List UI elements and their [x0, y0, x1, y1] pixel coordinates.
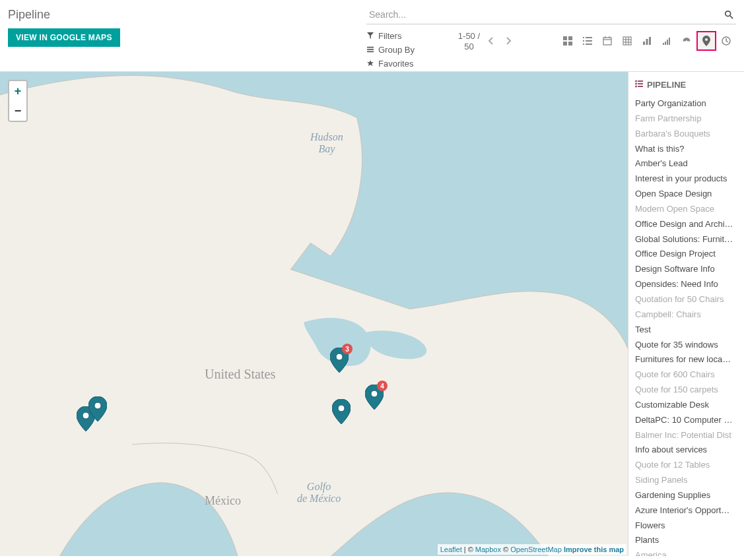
view-pivot[interactable] — [617, 31, 637, 51]
view-map[interactable] — [696, 31, 716, 51]
marker-count-badge: 3 — [342, 344, 353, 354]
pipeline-item[interactable]: Global Solutions: Furnit… — [635, 232, 737, 247]
pipeline-item[interactable]: Azure Interior's Opport… — [635, 503, 737, 518]
view-calendar[interactable] — [597, 31, 617, 51]
pipeline-item[interactable]: Gardening Supplies — [635, 488, 737, 503]
view-graph[interactable] — [637, 31, 657, 51]
pipeline-item[interactable]: What is this? — [635, 142, 737, 157]
pipeline-item[interactable]: Flowers — [635, 518, 737, 534]
pipeline-item[interactable]: Quote for 12 Tables — [635, 458, 737, 473]
pipeline-item[interactable]: Modern Open Space — [635, 202, 737, 217]
svg-rect-29 — [667, 40, 668, 45]
svg-point-31 — [686, 40, 687, 42]
view-kanban[interactable] — [558, 31, 578, 51]
pipeline-item[interactable]: Customizable Desk — [635, 398, 737, 413]
view-google-maps-button[interactable]: VIEW IN GOOGLE MAPS — [8, 28, 120, 47]
page-title: Pipeline — [8, 8, 120, 22]
zoom-in-button[interactable]: + — [9, 81, 26, 101]
pipeline-item[interactable]: Party Organization — [635, 96, 737, 111]
zoom-control: + − — [8, 80, 28, 122]
attrib-improve[interactable]: Improve this map — [564, 545, 624, 553]
sidebar: PIPELINE Party OrganizationFarm Partners… — [628, 72, 744, 556]
pipeline-item[interactable]: Plants — [635, 533, 737, 548]
star-icon — [366, 59, 374, 69]
search-input[interactable] — [366, 8, 722, 21]
svg-rect-28 — [665, 42, 666, 45]
sidebar-header: PIPELINE — [635, 80, 737, 90]
favorites-dropdown[interactable]: Favorites — [366, 59, 415, 69]
svg-rect-8 — [568, 42, 572, 46]
svg-point-35 — [94, 402, 101, 409]
view-list[interactable] — [578, 31, 597, 51]
pipeline-item[interactable]: America — [635, 548, 737, 556]
attrib-osm[interactable]: OpenStreetMap — [510, 545, 562, 553]
list-bullet-icon — [635, 80, 643, 90]
svg-rect-40 — [638, 80, 643, 82]
groupby-dropdown[interactable]: Group By — [366, 45, 415, 55]
pipeline-item[interactable]: Test — [635, 323, 737, 338]
pipeline-item[interactable]: Quote for 35 windows — [635, 338, 737, 353]
map-marker[interactable]: 4 — [365, 385, 384, 410]
search-bar[interactable] — [366, 8, 736, 24]
svg-rect-4 — [367, 51, 374, 53]
filters-dropdown[interactable]: Filters — [366, 31, 415, 41]
pager-range: 1-50 /50 — [458, 31, 480, 51]
svg-rect-9 — [583, 37, 584, 38]
svg-rect-27 — [663, 43, 664, 45]
pipeline-item[interactable]: Quote for 600 Chairs — [635, 367, 737, 383]
map-marker[interactable] — [332, 399, 351, 424]
pipeline-item[interactable]: Interest in your products — [635, 171, 737, 187]
groupby-label: Group By — [378, 45, 415, 55]
pipeline-item[interactable]: Balmer Inc: Potential Dist — [635, 428, 737, 443]
map-canvas[interactable]: HudsonBay United States México Golfode M… — [0, 72, 628, 556]
svg-rect-2 — [367, 47, 374, 48]
svg-rect-25 — [646, 39, 648, 45]
svg-point-38 — [338, 405, 345, 412]
pipeline-item[interactable]: Office Design Project — [635, 247, 737, 262]
pipeline-item[interactable]: DeltaPC: 10 Computer … — [635, 413, 737, 428]
svg-rect-30 — [669, 38, 670, 45]
pipeline-item[interactable]: Farm Partnership — [635, 111, 737, 127]
search-icon[interactable] — [722, 10, 736, 19]
pipeline-item[interactable]: Office Design and Archi… — [635, 217, 737, 232]
pipeline-item[interactable]: Info about services — [635, 443, 737, 458]
pager-prev[interactable] — [485, 34, 497, 49]
svg-point-39 — [635, 80, 637, 82]
svg-rect-3 — [367, 49, 374, 50]
svg-rect-15 — [603, 38, 611, 45]
pager-next[interactable] — [502, 34, 514, 49]
svg-rect-10 — [586, 37, 592, 38]
view-cohort[interactable] — [657, 31, 677, 51]
view-activity[interactable] — [716, 31, 736, 51]
pipeline-item[interactable]: Design Software Info — [635, 262, 737, 277]
svg-point-43 — [635, 86, 637, 88]
pipeline-item[interactable]: Open Space Design — [635, 187, 737, 202]
pipeline-list: Party OrganizationFarm PartnershipBarbar… — [635, 96, 737, 556]
pipeline-item[interactable]: Barbara's Bouquets — [635, 127, 737, 142]
svg-rect-5 — [563, 36, 567, 40]
list-icon — [366, 45, 374, 55]
svg-rect-44 — [638, 86, 643, 87]
sidebar-title: PIPELINE — [647, 80, 686, 90]
pipeline-item[interactable]: Quotation for 50 Chairs — [635, 292, 737, 307]
pipeline-item[interactable]: Amber's Lead — [635, 156, 737, 171]
attrib-mapbox[interactable]: Mapbox — [475, 545, 501, 553]
svg-rect-11 — [583, 40, 584, 42]
pipeline-item[interactable]: Siding Panels — [635, 473, 737, 488]
svg-point-41 — [635, 83, 637, 85]
map-marker[interactable]: 3 — [330, 348, 349, 373]
svg-point-0 — [726, 11, 731, 16]
svg-rect-24 — [643, 42, 645, 45]
pipeline-item[interactable]: Opensides: Need Info — [635, 277, 737, 292]
svg-rect-42 — [638, 83, 643, 84]
svg-line-1 — [730, 16, 733, 18]
pipeline-item[interactable]: Quote for 150 carpets — [635, 383, 737, 398]
pipeline-item[interactable]: Campbell: Chairs — [635, 307, 737, 323]
pipeline-item[interactable]: Furnitures for new loca… — [635, 352, 737, 367]
view-dashboard[interactable] — [677, 31, 696, 51]
zoom-out-button[interactable]: − — [9, 101, 26, 121]
attrib-leaflet[interactable]: Leaflet — [440, 545, 462, 553]
svg-rect-12 — [586, 40, 592, 42]
svg-rect-6 — [568, 36, 572, 40]
map-marker[interactable] — [88, 396, 107, 421]
